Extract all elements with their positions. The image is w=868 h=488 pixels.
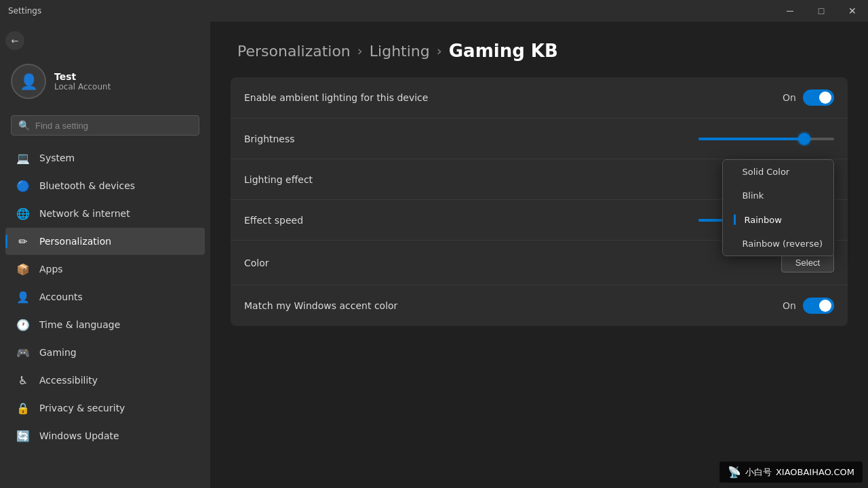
nav-icon-apps: 📦 [16,262,30,276]
settings-section: Enable ambient lighting for this device … [231,77,848,326]
nav-icon-personalization: ✏️ [16,235,30,248]
accent-color-label: Match my Windows accent color [244,300,783,311]
ambient-toggle[interactable] [803,89,834,106]
title-bar: Settings ─ □ ✕ [0,0,868,22]
breadcrumb-lighting[interactable]: Lighting [370,43,430,60]
user-name: Test [54,71,111,82]
nav-label-update: Windows Update [39,430,119,441]
nav-icon-privacy: 🔒 [16,401,30,415]
sidebar-item-time[interactable]: 🕐 Time & language [5,311,205,338]
nav-label-system: System [39,152,75,163]
back-button[interactable]: ← [5,31,24,50]
breadcrumb: Personalization›Lighting›Gaming KB [210,22,868,77]
brightness-slider-track[interactable] [698,138,834,140]
avatar: 👤 [11,64,46,99]
nav-label-accessibility: Accessibility [39,375,98,386]
footer-icon: 📡 [728,466,741,479]
breadcrumb-sep: › [357,43,363,59]
user-account-type: Local Account [54,82,111,92]
footer-brand: 小白号 [745,466,772,479]
dropdown-item-solid-color[interactable]: Solid Color [723,160,833,184]
brightness-slider-thumb[interactable] [798,133,810,145]
app-container: ← 👤 Test Local Account 🔍 💻 System 🔵 Blue… [0,22,868,488]
accent-toggle-label: On [783,300,796,311]
window-controls: ─ □ ✕ [774,0,868,22]
sidebar: ← 👤 Test Local Account 🔍 💻 System 🔵 Blue… [0,22,210,488]
nav-label-gaming: Gaming [39,347,77,358]
nav-list: 💻 System 🔵 Bluetooth & devices 🌐 Network… [0,144,210,450]
nav-label-personalization: Personalization [39,236,111,247]
minimize-button[interactable]: ─ [774,0,806,22]
nav-label-time: Time & language [39,319,120,330]
nav-label-privacy: Privacy & security [39,403,125,413]
brightness-slider-container [698,138,834,140]
nav-icon-update: 🔄 [16,429,30,443]
brightness-slider-control [698,138,834,140]
search-container: 🔍 [0,110,210,144]
search-input[interactable] [35,121,192,131]
nav-icon-system: 💻 [16,151,30,165]
sidebar-item-network[interactable]: 🌐 Network & internet [5,200,205,227]
dropdown-item-blink[interactable]: Blink [723,184,833,207]
sidebar-item-personalization[interactable]: ✏️ Personalization [5,228,205,255]
dropdown-item-rainbow[interactable]: Rainbow [723,207,833,232]
nav-label-apps: Apps [39,264,63,274]
breadcrumb-personalization[interactable]: Personalization [237,43,351,60]
sidebar-item-system[interactable]: 💻 System [5,144,205,171]
ambient-lighting-row: Enable ambient lighting for this device … [231,77,848,119]
brightness-slider-fill [698,138,804,140]
effect-speed-label: Effect speed [244,215,698,226]
brightness-row: Brightness [231,119,848,159]
user-profile: 👤 Test Local Account [0,50,210,110]
sidebar-item-bluetooth[interactable]: 🔵 Bluetooth & devices [5,172,205,199]
lighting-effect-row: Lighting effect Solid ColorBlinkRainbowR… [231,159,848,200]
nav-icon-network: 🌐 [16,207,30,220]
nav-label-accounts: Accounts [39,291,83,302]
nav-icon-accessibility: ♿ [16,373,30,387]
sidebar-item-apps[interactable]: 📦 Apps [5,256,205,283]
avatar-icon: 👤 [20,73,38,90]
close-button[interactable]: ✕ [837,0,868,22]
ambient-toggle-wrap: On [783,89,834,106]
search-box[interactable]: 🔍 [11,115,199,136]
sidebar-item-update[interactable]: 🔄 Windows Update [5,422,205,449]
footer-domain: XIAOBAIHAO.COM [776,467,854,477]
search-icon: 🔍 [18,120,30,131]
footer-watermark: 📡 小白号 XIAOBAIHAO.COM [719,462,863,483]
nav-label-network: Network & internet [39,208,130,219]
dropdown-item-rainbow--reverse-[interactable]: Rainbow (reverse) [723,232,833,256]
sidebar-item-accessibility[interactable]: ♿ Accessibility [5,367,205,394]
accent-toggle-control: On [783,298,834,314]
lighting-effect-dropdown: Solid ColorBlinkRainbowRainbow (reverse) [722,159,834,256]
breadcrumb-gaming-kb: Gaming KB [449,41,558,61]
nav-icon-gaming: 🎮 [16,346,30,359]
sidebar-item-accounts[interactable]: 👤 Accounts [5,283,205,310]
accent-toggle-wrap: On [783,298,834,314]
nav-icon-accounts: 👤 [16,290,30,304]
nav-icon-bluetooth: 🔵 [16,179,30,192]
sidebar-item-gaming[interactable]: 🎮 Gaming [5,339,205,366]
sidebar-item-privacy[interactable]: 🔒 Privacy & security [5,394,205,422]
nav-label-bluetooth: Bluetooth & devices [39,180,135,191]
window-title: Settings [8,6,41,16]
accent-color-row: Match my Windows accent color On [231,285,848,326]
nav-icon-time: 🕐 [16,318,30,331]
ambient-lighting-label: Enable ambient lighting for this device [244,92,783,103]
maximize-button[interactable]: □ [806,0,837,22]
main-content: Personalization›Lighting›Gaming KB Enabl… [210,22,868,488]
breadcrumb-sep: › [437,43,442,59]
ambient-toggle-label: On [783,92,796,103]
accent-toggle[interactable] [803,298,834,314]
ambient-toggle-control: On [783,89,834,106]
brightness-label: Brightness [244,134,698,144]
color-label: Color [244,258,781,268]
user-info: Test Local Account [54,71,111,92]
